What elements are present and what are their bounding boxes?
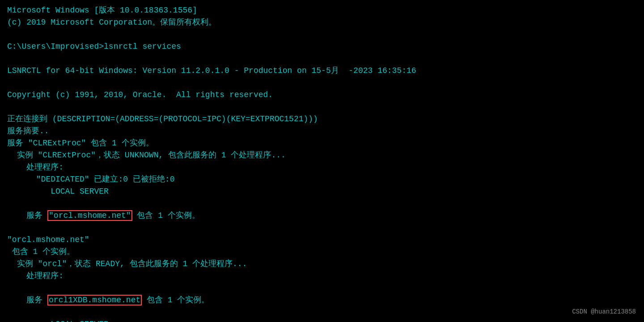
line-12: 服务 "CLRExtProc" 包含 1 个实例。 [7, 137, 637, 149]
line-17-highlight: "orcl.mshome.net" [47, 210, 132, 221]
line-5-empty [7, 53, 637, 65]
line-20: 实例 "orcl"，状态 READY, 包含此服务的 1 个处理程序... [7, 258, 637, 270]
line-22-highlight: orcl1XDB.mshome.net [47, 295, 142, 305]
line-17-pre: 服务 [26, 211, 47, 220]
line-17-post: 包含 1 个实例。 [132, 211, 200, 220]
line-21: 处理程序: [7, 270, 637, 282]
line-22: 服务 orcl1XDB.mshome.net 包含 1 个实例。 [7, 282, 637, 318]
line-8: Copyright (c) 1991, 2010, Oracle. All ri… [7, 89, 637, 101]
line-23: LOCAL SERVER [7, 318, 637, 322]
watermark: CSDN @huan1213858 [572, 307, 636, 317]
line-15: "DEDICATED" 已建立:0 已被拒绝:0 [7, 174, 637, 186]
line-22-post: 包含 1 个实例。 [142, 296, 209, 305]
line-6: LSNRCTL for 64-bit Windows: Version 11.2… [7, 65, 637, 77]
terminal-window: Microsoft Windows [版本 10.0.18363.1556] (… [0, 0, 644, 322]
line-17: 服务 "orcl.mshome.net" 包含 1 个实例。 [7, 198, 637, 234]
line-16: LOCAL SERVER [7, 186, 637, 198]
line-7-empty [7, 77, 637, 89]
line-13: 实例 "CLRExtProc"，状态 UNKNOWN, 包含此服务的 1 个处理… [7, 149, 637, 161]
line-3-empty [7, 29, 637, 41]
line-14: 处理程序: [7, 161, 637, 174]
line-4: C:\Users\Improvised>lsnrctl services [7, 41, 637, 53]
line-18: "orcl.mshome.net" [7, 234, 637, 246]
line-10: 正在连接到 (DESCRIPTION=(ADDRESS=(PROTOCOL=IP… [7, 113, 637, 125]
line-9-empty [7, 101, 637, 113]
line-2: (c) 2019 Microsoft Corporation。保留所有权利。 [7, 17, 637, 29]
line-1: Microsoft Windows [版本 10.0.18363.1556] [7, 4, 637, 17]
line-22-pre: 服务 [26, 296, 47, 305]
line-19: 包含 1 个实例。 [7, 246, 637, 258]
line-11: 服务摘要.. [7, 125, 637, 137]
